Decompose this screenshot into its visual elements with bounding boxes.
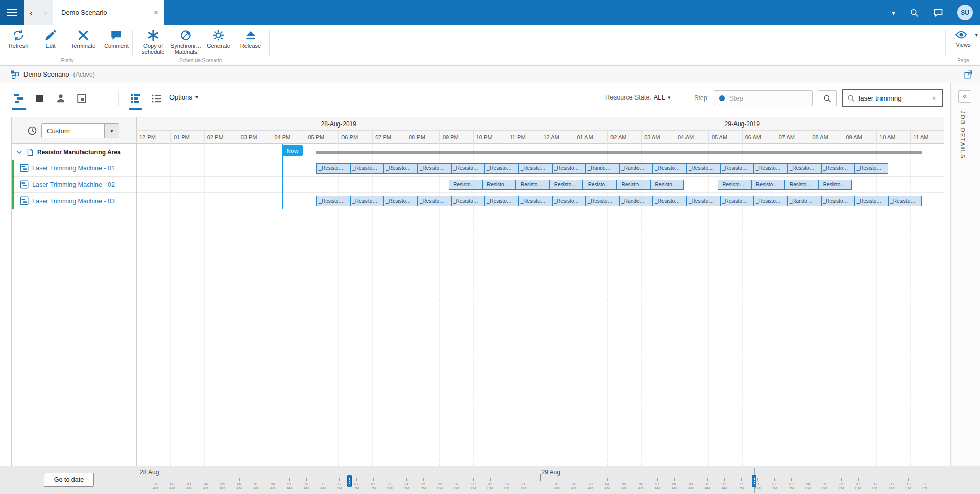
copy-of-schedule-button[interactable]: Copy of schedule bbox=[136, 29, 170, 55]
task-bar[interactable]: _Resisto… bbox=[888, 196, 922, 206]
hour-header-cell: 11 PM bbox=[507, 131, 541, 144]
overview-hour-label: 11AM bbox=[718, 482, 730, 490]
resource-search-field[interactable]: × bbox=[842, 89, 943, 107]
options-dropdown[interactable]: Options ▾ bbox=[169, 93, 198, 101]
task-bar[interactable]: _Resisto… bbox=[751, 180, 785, 190]
user-avatar[interactable]: SU bbox=[957, 5, 973, 20]
gantt-body[interactable]: _Resisto…_Resisto…_Resisto…_Resisto…_Res… bbox=[137, 144, 944, 466]
task-bar[interactable]: _Resisto… bbox=[818, 180, 852, 190]
task-bar[interactable]: _Rando… bbox=[788, 196, 821, 206]
task-bar[interactable]: _Resisto… bbox=[485, 163, 519, 174]
task-bar[interactable]: _Resisto… bbox=[754, 196, 788, 206]
generate-button[interactable]: Generate bbox=[203, 29, 234, 49]
task-bar[interactable]: _Resisto… bbox=[451, 196, 485, 206]
resource-gantt-button[interactable] bbox=[127, 90, 144, 107]
resource-row[interactable]: Laser Trimming Machine - 02 bbox=[12, 177, 136, 193]
task-bar[interactable]: _Resisto… bbox=[653, 196, 687, 206]
task-bar[interactable]: _Resisto… bbox=[519, 163, 552, 174]
task-bar[interactable]: _Resisto… bbox=[788, 163, 821, 174]
task-bar[interactable]: _Resisto… bbox=[316, 163, 350, 174]
task-bar[interactable]: _Resisto… bbox=[418, 163, 451, 174]
hour-header-cell: 02 PM bbox=[204, 131, 238, 144]
resource-row[interactable]: Laser Trimming Machine - 01 bbox=[12, 160, 136, 177]
x-icon bbox=[77, 29, 90, 42]
task-bar[interactable]: _Resisto… bbox=[821, 196, 855, 206]
task-bar[interactable]: _Resisto… bbox=[485, 196, 519, 206]
task-bar[interactable]: _Resisto… bbox=[549, 180, 583, 190]
synchronize-materials-button[interactable]: Synchroni… Materials bbox=[168, 29, 203, 55]
overview-tick bbox=[323, 478, 323, 481]
task-bar[interactable]: _Resisto… bbox=[451, 163, 485, 174]
tab-demo-scenario[interactable]: Demo Scenario × bbox=[53, 0, 164, 25]
job-details-tab[interactable]: JOB DETAILS bbox=[960, 111, 966, 159]
release-button[interactable]: Release bbox=[236, 29, 265, 49]
resource-row[interactable]: Laser Trimming Machine - 03 bbox=[12, 193, 136, 209]
list-view-button[interactable] bbox=[148, 90, 165, 107]
task-bar[interactable]: _Resisto… bbox=[516, 180, 549, 190]
task-bar[interactable]: _Resisto… bbox=[350, 163, 384, 174]
area-row[interactable]: Resistor Manufacturing Area bbox=[12, 144, 136, 160]
terminate-button[interactable]: Terminate bbox=[70, 29, 96, 49]
global-search-icon[interactable] bbox=[909, 8, 919, 18]
overview-hour-label: 09AM bbox=[684, 482, 697, 490]
step-search-button[interactable] bbox=[818, 90, 837, 106]
task-bar[interactable]: _Resisto… bbox=[687, 196, 720, 206]
task-bar[interactable]: _Resisto… bbox=[350, 196, 384, 206]
tab-list-caret-icon[interactable]: ▾ bbox=[892, 9, 895, 17]
operator-view-button[interactable] bbox=[52, 90, 69, 107]
task-bar[interactable]: _Resisto… bbox=[720, 196, 754, 206]
tab-close-icon[interactable]: × bbox=[154, 9, 158, 17]
refresh-button[interactable]: Refresh bbox=[5, 29, 32, 49]
resource-state-dropdown[interactable]: Resource State: ALL ▾ bbox=[605, 94, 670, 101]
clear-icon[interactable]: × bbox=[932, 94, 936, 102]
task-bar[interactable]: _Resisto… bbox=[384, 196, 418, 206]
task-bar[interactable]: _Resisto… bbox=[585, 196, 619, 206]
chevron-down-icon[interactable] bbox=[16, 149, 23, 156]
task-bar[interactable]: _Resisto… bbox=[650, 180, 684, 190]
hamburger-menu-button[interactable] bbox=[0, 0, 24, 25]
task-bar[interactable]: _Resisto… bbox=[854, 196, 888, 206]
task-bar[interactable]: _Resisto… bbox=[821, 163, 855, 174]
task-bar[interactable]: _Resisto… bbox=[316, 196, 350, 206]
search-input[interactable] bbox=[859, 94, 929, 102]
task-bar[interactable]: _Resisto… bbox=[552, 196, 586, 206]
open-in-new-icon[interactable] bbox=[964, 70, 973, 79]
gantt-view-button[interactable] bbox=[10, 90, 28, 107]
task-bar[interactable]: _Resisto… bbox=[482, 180, 516, 190]
overview-hour-label: 02AM bbox=[568, 482, 580, 490]
edit-button[interactable]: Edit bbox=[37, 29, 64, 49]
task-bar[interactable]: _Resisto… bbox=[720, 163, 754, 174]
overview-window-end-handle[interactable] bbox=[752, 475, 756, 487]
step-input[interactable]: Step bbox=[714, 90, 813, 106]
task-bar[interactable]: _Resisto… bbox=[718, 180, 751, 190]
block-view-button[interactable] bbox=[31, 90, 48, 107]
task-bar[interactable]: _Resisto… bbox=[854, 163, 888, 174]
forward-icon[interactable]: › bbox=[38, 0, 53, 25]
frame-view-button[interactable] bbox=[73, 90, 90, 107]
task-bar[interactable]: _Resisto… bbox=[687, 163, 720, 174]
time-range-dropdown[interactable]: Custom ▾ bbox=[41, 123, 119, 138]
expand-panel-icon[interactable]: « bbox=[958, 90, 971, 103]
overview-hour-label: 03PM bbox=[384, 482, 396, 490]
feedback-icon[interactable] bbox=[933, 8, 943, 18]
task-bar[interactable]: _Resisto… bbox=[754, 163, 788, 174]
task-bar[interactable]: _Rando… bbox=[619, 196, 653, 206]
task-bar[interactable]: _Resisto… bbox=[653, 163, 687, 174]
status-badge: (Active) bbox=[74, 71, 95, 78]
hour-header-cell: 05 AM bbox=[708, 131, 742, 144]
task-bar[interactable]: _Resisto… bbox=[583, 180, 617, 190]
task-bar[interactable]: _Resisto… bbox=[384, 163, 418, 174]
go-to-date-button[interactable]: Go to date bbox=[44, 473, 94, 487]
task-bar[interactable]: _Rando… bbox=[585, 163, 619, 174]
task-bar[interactable]: _Resisto… bbox=[519, 196, 552, 206]
back-icon[interactable]: ‹ bbox=[24, 0, 38, 25]
task-bar[interactable]: _Rando… bbox=[619, 163, 653, 174]
task-bar[interactable]: _Resisto… bbox=[617, 180, 650, 190]
task-bar[interactable]: _Resisto… bbox=[449, 180, 482, 190]
overview-window-start-handle[interactable] bbox=[347, 475, 352, 487]
task-bar[interactable]: _Resisto… bbox=[785, 180, 818, 190]
task-bar[interactable]: _Resisto… bbox=[552, 163, 586, 174]
views-button[interactable]: ▾ Views bbox=[948, 29, 978, 48]
comment-button[interactable]: Comment bbox=[103, 29, 130, 49]
task-bar[interactable]: _Resisto… bbox=[418, 196, 451, 206]
